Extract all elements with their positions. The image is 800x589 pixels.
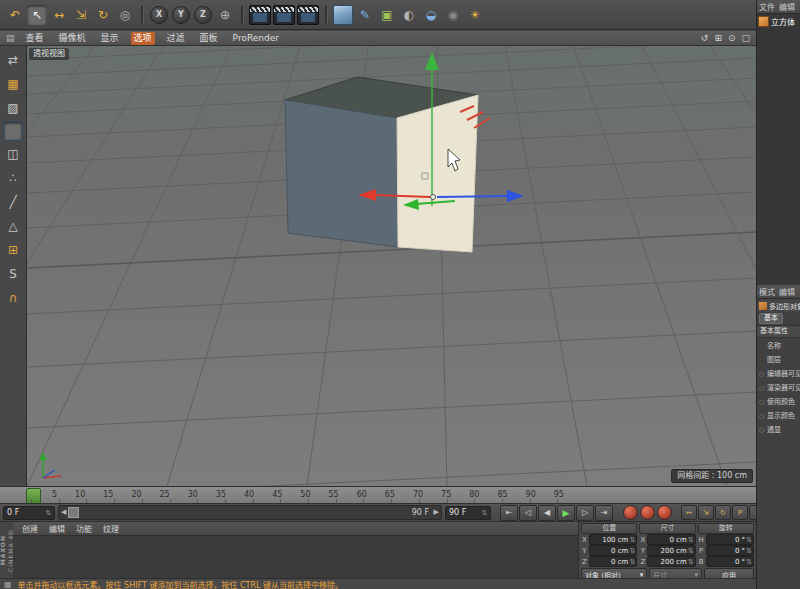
panel-grid-icon[interactable]: ▤ — [6, 33, 15, 43]
keyframe-selection-button[interactable] — [657, 505, 672, 520]
view-zoom-icon[interactable]: ⊙ — [728, 33, 736, 43]
menu-view[interactable]: 查看 — [23, 32, 47, 45]
view-maximize-icon[interactable]: ▢ — [741, 33, 750, 43]
attribute-row[interactable]: ○ 透显 — [757, 422, 800, 436]
keyframe-dot-icon[interactable]: ○ — [759, 412, 765, 419]
menu-prorender[interactable]: ProRender — [233, 33, 279, 43]
timeline-tick[interactable]: 50 — [300, 490, 310, 499]
position-z-field[interactable]: 0 cm⇅ — [589, 556, 637, 567]
mat-tab-function[interactable]: 功能 — [76, 523, 92, 534]
attribute-row[interactable]: ○ 编辑器可见 — [757, 366, 800, 380]
live-selection-tool-icon[interactable]: ↖ — [27, 5, 47, 25]
camera-icon[interactable]: ◉ — [443, 5, 463, 25]
snap-icon[interactable]: ∩ — [2, 287, 24, 309]
edges-mode-icon[interactable]: ╱ — [2, 191, 24, 213]
current-frame-field[interactable]: 0 F ⇅ — [3, 506, 55, 520]
lock-x-button[interactable]: X — [150, 6, 168, 24]
attribute-row[interactable]: ○ 显示颜色 — [757, 408, 800, 422]
material-manager-body[interactable] — [13, 536, 578, 578]
timeline-ruler[interactable]: 5 10 15 20 25 30 35 40 45 50 55 60 — [0, 486, 756, 503]
attribute-row[interactable]: 名称 — [757, 338, 800, 352]
timeline-tick[interactable]: 65 — [385, 490, 395, 499]
size-x-field[interactable]: 0 cm⇅ — [647, 534, 695, 545]
attribute-row[interactable]: 图层 — [757, 352, 800, 366]
environment-icon[interactable]: ◒ — [421, 5, 441, 25]
menu-camera[interactable]: 摄像机 — [56, 32, 89, 45]
stepper-icon[interactable]: ⇅ — [688, 547, 694, 555]
object-manager[interactable]: 立方体 — [757, 13, 800, 285]
slider-left-arrow-icon[interactable]: ◀ — [61, 508, 66, 516]
stepper-icon[interactable]: ⇅ — [629, 547, 635, 555]
move-tool-icon[interactable]: ↔ — [49, 5, 69, 25]
mat-tab-create[interactable]: 创建 — [22, 523, 38, 534]
timeline-tick[interactable]: 70 — [413, 490, 423, 499]
axis-z-line[interactable] — [437, 196, 509, 197]
rotation-b-field[interactable]: 0 °⇅ — [706, 556, 754, 567]
timeline-tick[interactable]: 95 — [554, 490, 564, 499]
rotation-p-field[interactable]: 0 °⇅ — [706, 545, 754, 556]
render-picture-viewer-icon[interactable] — [273, 5, 295, 25]
render-view-icon[interactable] — [249, 5, 271, 25]
stepper-icon[interactable]: ⇅ — [629, 558, 635, 566]
add-spline-icon[interactable]: ✎ — [355, 5, 375, 25]
prev-frame-button[interactable]: ◀ — [538, 505, 556, 521]
points-mode-icon[interactable]: ∴ — [2, 167, 24, 189]
end-frame-field[interactable]: 90 F ⇅ — [445, 506, 491, 520]
render-settings-icon[interactable] — [297, 5, 319, 25]
om-menu-file[interactable]: 文件 — [759, 1, 775, 12]
subdivision-surface-icon[interactable]: ▣ — [377, 5, 397, 25]
position-x-field[interactable]: 100 cm⇅ — [589, 534, 637, 545]
record-rotation-toggle[interactable]: ↻ — [715, 505, 731, 520]
viewport-canvas[interactable] — [27, 46, 756, 486]
make-editable-icon[interactable]: ⇄ — [2, 49, 24, 71]
menu-display[interactable]: 显示 — [98, 32, 122, 45]
timeline-tick[interactable]: 90 — [526, 490, 536, 499]
timeline-tick[interactable]: 15 — [103, 490, 113, 499]
slider-right-arrow-icon[interactable]: ▶ — [434, 508, 439, 516]
toolbar-separator[interactable] — [325, 6, 327, 24]
timeline-tick[interactable]: 35 — [216, 490, 226, 499]
stepper-icon[interactable]: ⇅ — [688, 536, 694, 544]
rotation-h-field[interactable]: 0 °⇅ — [706, 534, 754, 545]
model-mode-icon[interactable]: ▦ — [2, 73, 24, 95]
view-rotate-icon[interactable]: ↺ — [701, 33, 709, 43]
goto-end-button[interactable]: ⇥ — [595, 505, 613, 521]
size-y-field[interactable]: 200 cm⇅ — [647, 545, 695, 556]
timeline-tick[interactable]: 5 — [52, 490, 57, 499]
stepper-icon[interactable]: ⇅ — [746, 536, 752, 544]
gizmo-center[interactable] — [431, 195, 436, 200]
stepper-icon[interactable]: ⇅ — [481, 509, 487, 517]
polygons-mode-icon[interactable]: △ — [2, 215, 24, 237]
stepper-icon[interactable]: ⇅ — [688, 558, 694, 566]
next-frame-button[interactable]: ▷ — [576, 505, 594, 521]
stepper-icon[interactable]: ⇅ — [746, 547, 752, 555]
om-menu-edit[interactable]: 编辑 — [779, 1, 795, 12]
menu-panel[interactable]: 面板 — [197, 32, 221, 45]
toolbar-separator[interactable] — [241, 6, 243, 24]
tab-basic[interactable]: 基本 — [759, 313, 783, 324]
texture-mode-icon[interactable]: ▨ — [2, 97, 24, 119]
stepper-icon[interactable]: ⇅ — [45, 509, 51, 517]
am-menu-edit[interactable]: 编辑 — [779, 286, 795, 297]
timeline-slider[interactable]: ◀ 90 F ▶ — [58, 505, 442, 520]
undo-icon[interactable]: ↶ — [5, 5, 25, 25]
keyframe-dot-icon[interactable]: ○ — [759, 398, 765, 405]
attribute-row[interactable]: ○ 使用颜色 — [757, 394, 800, 408]
timeline-tick[interactable]: 40 — [244, 490, 254, 499]
axis-z-handle[interactable] — [507, 190, 524, 202]
stepper-icon[interactable]: ⇅ — [629, 536, 635, 544]
keyframe-dot-icon[interactable]: ○ — [759, 384, 765, 391]
coordinate-system-icon[interactable]: ⊕ — [215, 5, 235, 25]
perspective-viewport[interactable]: 透视视图 网格间距 : 100 cm — [27, 46, 756, 486]
object-item-cube[interactable]: 立方体 — [758, 16, 799, 27]
last-tool-icon[interactable]: ◎ — [115, 5, 135, 25]
timeline-tick[interactable]: 20 — [131, 490, 141, 499]
mat-tab-texture[interactable]: 纹理 — [103, 523, 119, 534]
size-z-field[interactable]: 200 cm⇅ — [647, 556, 695, 567]
deformer-icon[interactable]: ◐ — [399, 5, 419, 25]
toolbar-separator[interactable] — [141, 6, 143, 24]
object-mode-icon[interactable] — [3, 121, 23, 141]
timeline-tick[interactable]: 25 — [160, 490, 170, 499]
mat-tab-edit[interactable]: 编辑 — [49, 523, 65, 534]
timeline-tick[interactable]: 60 — [357, 490, 367, 499]
